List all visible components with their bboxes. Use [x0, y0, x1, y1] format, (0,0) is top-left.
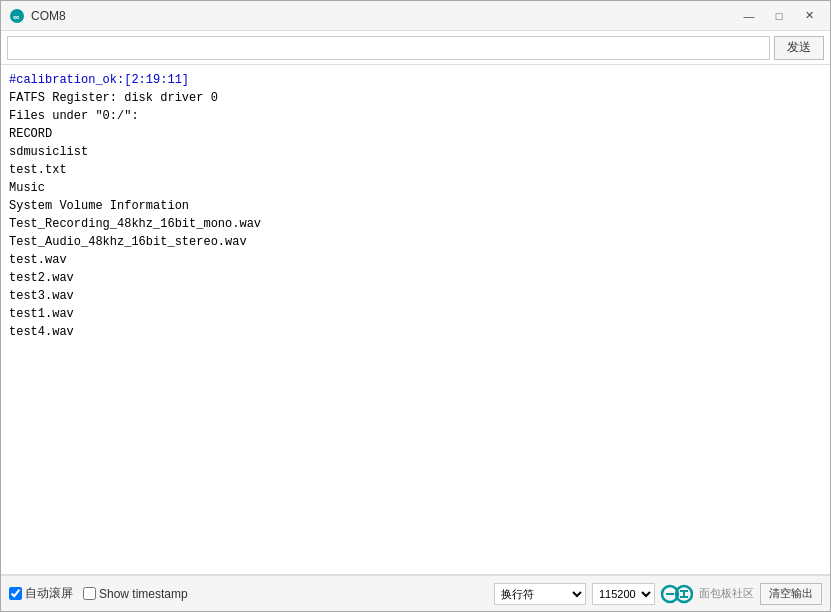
- watermark-text: 面包板社区: [699, 586, 754, 601]
- arduino-icon: ∞: [9, 8, 25, 24]
- close-button[interactable]: ✕: [796, 6, 822, 26]
- console-line: test4.wav: [9, 323, 822, 341]
- timestamp-checkbox-label[interactable]: Show timestamp: [83, 587, 188, 601]
- console-line: test.txt: [9, 161, 822, 179]
- minimize-button[interactable]: —: [736, 6, 762, 26]
- console-line: test.wav: [9, 251, 822, 269]
- send-button[interactable]: 发送: [774, 36, 824, 60]
- console-line: test3.wav: [9, 287, 822, 305]
- console-line: Test_Audio_48khz_16bit_stereo.wav: [9, 233, 822, 251]
- console-line: sdmusiclist: [9, 143, 822, 161]
- console-line: Test_Recording_48khz_16bit_mono.wav: [9, 215, 822, 233]
- console-line: RECORD: [9, 125, 822, 143]
- window-controls: — □ ✕: [736, 6, 822, 26]
- svg-text:∞: ∞: [13, 12, 20, 22]
- timestamp-label: Show timestamp: [99, 587, 188, 601]
- console-line: #calibration_ok:[2:19:11]: [9, 71, 822, 89]
- window-title: COM8: [31, 9, 736, 23]
- autoscroll-label: 自动滚屏: [25, 585, 73, 602]
- console-line: System Volume Information: [9, 197, 822, 215]
- line-ending-select[interactable]: 没有行结束符 换行符 回车符 两者都有: [494, 583, 586, 605]
- autoscroll-checkbox-label[interactable]: 自动滚屏: [9, 585, 73, 602]
- console-line: FATFS Register: disk driver 0: [9, 89, 822, 107]
- title-bar: ∞ COM8 — □ ✕: [1, 1, 830, 31]
- arduino-logo: [661, 578, 693, 610]
- autoscroll-checkbox[interactable]: [9, 587, 22, 600]
- baud-rate-select[interactable]: 9600 19200 38400 57600 115200: [592, 583, 655, 605]
- maximize-button[interactable]: □: [766, 6, 792, 26]
- status-bar: 自动滚屏 Show timestamp 没有行结束符 换行符 回车符 两者都有 …: [1, 575, 830, 611]
- timestamp-checkbox[interactable]: [83, 587, 96, 600]
- console-line: test2.wav: [9, 269, 822, 287]
- send-input[interactable]: [7, 36, 770, 60]
- main-window: ∞ COM8 — □ ✕ 发送 #calibration_ok:[2:19:11…: [0, 0, 831, 612]
- clear-output-button[interactable]: 清空输出: [760, 583, 822, 605]
- toolbar: 发送: [1, 31, 830, 65]
- status-left: 自动滚屏 Show timestamp: [9, 585, 486, 602]
- status-right: 没有行结束符 换行符 回车符 两者都有 9600 19200 38400 576…: [494, 578, 822, 610]
- console-line: Music: [9, 179, 822, 197]
- console-line: test1.wav: [9, 305, 822, 323]
- console-output: #calibration_ok:[2:19:11]FATFS Register:…: [1, 65, 830, 575]
- console-line: Files under "0:/":: [9, 107, 822, 125]
